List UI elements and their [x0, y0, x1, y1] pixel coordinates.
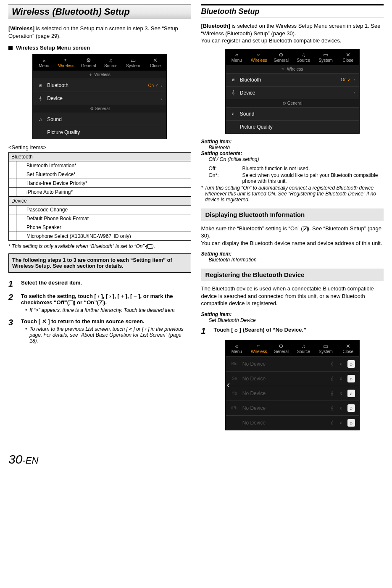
ss-tab: «Menu [226, 340, 248, 356]
page-number: 30-EN [8, 452, 384, 467]
magnifier-icon: ⌕ [234, 327, 238, 333]
ss-row: Picture Quality [33, 126, 166, 139]
ss-row: ⋇BluetoothOn ✓› [226, 73, 359, 86]
setting-items-table: Bluetooth Bluetooth Information*Set Blue… [8, 152, 191, 241]
ss-tab: ᯤWireless [248, 49, 270, 65]
ss-tab: ✕Close [144, 55, 166, 71]
register-step-1: 1 Touch [ ⌕ ] (Search) of “No Device.” [201, 327, 384, 335]
setting-item-value: Bluetooth [201, 145, 384, 150]
ss-tab: ♫Source [292, 49, 315, 65]
step-1: 1 Select the desired item. [8, 279, 191, 288]
setting-contents-label: Setting contents: [201, 150, 384, 156]
bluetooth-setup-heading: Bluetooth Setup [201, 4, 384, 18]
bt-info-body: Make sure the “Bluetooth” setting is “On… [201, 225, 384, 247]
search-icon: ⌕ [347, 375, 355, 382]
right-column: Bluetooth Setup [Bluetooth] is selected … [201, 4, 384, 435]
ss-tab: ♫Source [100, 55, 122, 71]
setting-item-label: Setting item: [201, 139, 384, 145]
no-device-row: No Device𝄞♫⌕ [226, 415, 359, 430]
search-icon: ⌕ [347, 360, 355, 368]
registering-bt-device-heading: Registering the Bluetooth Device [201, 269, 384, 281]
table-group-bluetooth: Bluetooth [9, 153, 191, 161]
square-bullet-icon [8, 46, 13, 50]
ss-tab: ▭System [122, 55, 144, 71]
ss-tab: ᯤWireless [55, 55, 77, 71]
wireless-intro: [Wireless] is selected on the Setup main… [8, 25, 191, 40]
checkbox-on-icon [303, 227, 308, 231]
setting-contents-value: Off / On (Initial setting) [201, 156, 384, 162]
wireless-setup-heading: Wireless (Bluetooth) Setup [8, 4, 191, 19]
no-device-row: BluNo Device𝄞♫⌕ [226, 356, 359, 371]
table-row: iPhone Auto Pairing* [16, 188, 191, 197]
ss-tab: ᯤWireless [248, 340, 270, 356]
wireless-menu-subhead: Wireless Setup Menu screen [8, 45, 191, 51]
setting-items-label: <Setting items> [8, 144, 191, 150]
ss-tab: «Menu [33, 55, 55, 71]
ss-tab: ✕Close [337, 340, 359, 356]
table-row: Set Bluetooth Device* [16, 170, 191, 179]
bluetooth-intro: [Bluetooth] is selected on the Wireless … [201, 22, 384, 45]
table-row: Bluetooth Information* [16, 161, 191, 170]
table-row: Hands-free Device Priority* [16, 179, 191, 188]
ss-tab: ✕Close [337, 49, 359, 65]
no-device-screenshot: «MenuᯤWireless⚙General♫Source▭System✕Clo… [225, 340, 360, 430]
ss-row: Picture Quality [226, 120, 359, 133]
search-icon: ⌕ [347, 419, 355, 427]
definition-row: On*:Select when you would like to pair y… [201, 172, 384, 184]
table-row: Phone Speaker [16, 223, 191, 232]
ss-tab: ⚙General [270, 49, 292, 65]
bluetooth-on-footnote: * This setting is only available when “B… [8, 243, 191, 249]
checkbox-on-icon [147, 244, 152, 249]
chevron-left-icon: ‹ [227, 380, 230, 390]
ss-tab: «Menu [226, 49, 248, 65]
left-column: Wireless (Bluetooth) Setup [Wireless] is… [8, 4, 191, 435]
no-device-row: SeNo Device𝄞♫⌕ [226, 371, 359, 386]
ss-row: ♫Sound [33, 113, 166, 126]
table-row: Default Phone Book Format [16, 214, 191, 223]
search-icon: ⌕ [347, 404, 355, 412]
steps-list: 1 Select the desired item. 2 To switch t… [8, 279, 191, 344]
ss-row: 𝄞Device› [226, 86, 359, 99]
ss-row: ⋇BluetoothOn ✓› [33, 79, 166, 92]
displaying-bt-info-heading: Displaying Bluetooth Information [201, 208, 384, 221]
table-row: Microphone Select (X108U/INE-W967HD only… [16, 232, 191, 241]
common-steps-callout: The following steps 1 to 3 are common to… [8, 253, 191, 273]
search-icon: ⌕ [347, 390, 355, 397]
checkbox-off-icon [69, 301, 74, 305]
no-device-row: iPhNo Device𝄞♫⌕ [226, 401, 359, 415]
register-body: The Bluetooth device is used when a conn… [201, 285, 384, 307]
ss-tab: ⚙General [77, 55, 100, 71]
no-device-row: HaNo Device𝄞♫⌕ [226, 386, 359, 401]
table-group-device: Device [9, 197, 191, 206]
auto-connect-footnote: * Turn this setting “On” to automaticall… [201, 185, 384, 203]
ss-tab: ⚙General [270, 340, 292, 356]
table-row: Passcode Change [16, 206, 191, 214]
step-2: 2 To switch the setting, touch [ ‹ ], [ … [8, 293, 191, 313]
ss-row: 𝄞Device› [33, 92, 166, 105]
wireless-menu-screenshot: «MenuᯤWireless⚙General♫Source▭System✕Clo… [32, 54, 167, 139]
ss-row: ♫Sound [226, 107, 359, 120]
ss-tab: ♫Source [292, 340, 315, 356]
ss-tab: ▭System [315, 49, 337, 65]
wireless-keyword: [Wireless] [8, 25, 34, 32]
checkbox-on-icon [99, 301, 103, 305]
step-3: 3 Touch [ ✕ ] to return to the main sour… [8, 318, 191, 344]
definition-row: Off:Bluetooth function is not used. [201, 166, 384, 171]
ss-tab: ▭System [315, 340, 337, 356]
bluetooth-setup-screenshot: «MenuᯤWireless⚙General♫Source▭System✕Clo… [225, 49, 360, 134]
